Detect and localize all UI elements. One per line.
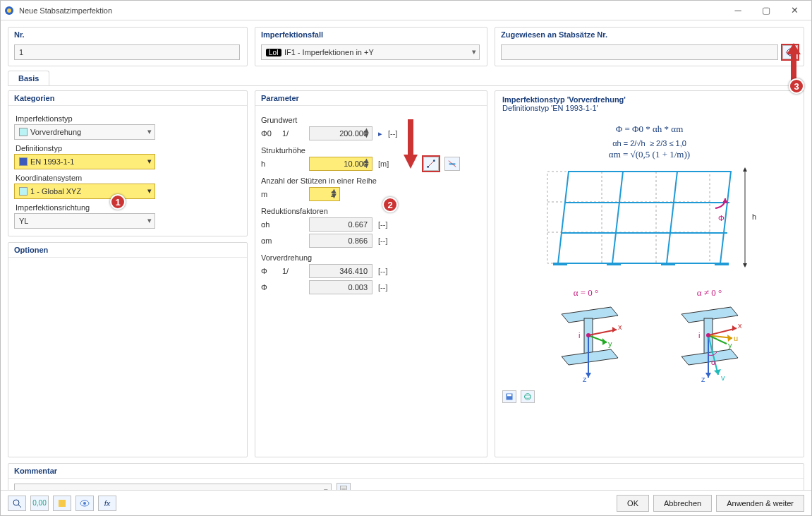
phi-val-out: 0.003	[309, 280, 372, 294]
m-sym: m	[261, 190, 277, 198]
svg-text:x: x	[618, 323, 622, 331]
svg-text:y: y	[608, 340, 612, 348]
annotation-1: 1	[110, 194, 126, 210]
svg-rect-65	[507, 394, 511, 396]
stuetzen-label: Anzahl der Stützen in einer Reihe	[261, 176, 481, 185]
phi-inv-unit: [--]	[378, 267, 398, 275]
alpha-m-out: 0.866	[309, 234, 372, 248]
nr-value: 1	[19, 48, 23, 56]
phi-val-unit: [--]	[378, 283, 398, 292]
info-line1: Imperfektionstyp 'Vorverdrehung'	[495, 91, 804, 104]
svg-rect-10	[547, 172, 710, 263]
h-unit: [m]	[378, 160, 398, 168]
preview-button[interactable]	[75, 496, 94, 511]
svg-marker-59	[714, 369, 721, 375]
annotation-3: 3	[789, 78, 804, 94]
annotation-2: 2	[382, 197, 398, 212]
pick-height-button[interactable]	[423, 157, 439, 171]
case-combo[interactable]: LoI IF1 - Imperfektionen in +Y ▾	[261, 44, 480, 60]
eye-icon	[80, 498, 90, 508]
svg-rect-75	[59, 500, 66, 507]
dir-combo[interactable]: YL ▾	[14, 213, 155, 229]
tab-basis[interactable]: Basis	[8, 71, 49, 85]
svg-point-5	[433, 160, 435, 162]
svg-text:x: x	[738, 321, 742, 330]
fx-button[interactable]: fx	[98, 496, 116, 511]
svg-text:i: i	[698, 331, 700, 340]
beam-left-label: α = 0 °	[547, 287, 625, 299]
member-icon	[447, 159, 457, 169]
svg-rect-23	[715, 263, 729, 265]
imperf-type-value: Vorverdrehung	[30, 128, 81, 136]
svg-text:y: y	[728, 341, 732, 349]
coord-combo[interactable]: 1 - Global XYZ ▾	[14, 184, 155, 199]
norm-button[interactable]	[53, 496, 71, 511]
svg-point-62	[706, 333, 710, 337]
svg-text:v: v	[721, 373, 725, 382]
svg-point-66	[525, 394, 531, 400]
frame-diagram: Φ h	[533, 164, 766, 277]
svg-marker-9	[404, 155, 418, 169]
svg-line-3	[428, 161, 435, 167]
h-input[interactable]: 10.000 ▲▼	[309, 157, 372, 171]
phi-inv-sym: Φ	[261, 267, 277, 275]
svg-line-74	[18, 505, 21, 508]
imperf-type-combo[interactable]: Vorverdrehung ▾	[14, 124, 155, 140]
annotation-arrow-2	[400, 116, 421, 171]
case-label: Imperfektionsfall	[255, 28, 487, 42]
svg-rect-22	[661, 263, 675, 265]
svg-text:Φ: Φ	[718, 214, 725, 222]
phi0-prefix: 1/	[282, 129, 303, 138]
def-type-combo[interactable]: EN 1993-1-1 ▾	[14, 154, 155, 169]
ok-button[interactable]: OK	[617, 495, 649, 512]
titlebar: Neue Stabsatzimperfektion ─ ▢ ✕	[1, 1, 811, 20]
close-button[interactable]: ✕	[780, 2, 808, 19]
apply-next-button[interactable]: Anwenden & weiter	[716, 495, 804, 512]
phi-inv-out: 346.410	[309, 264, 372, 278]
nr-input[interactable]: 1	[14, 44, 240, 60]
chevron-down-icon: ▾	[147, 216, 152, 225]
help-button[interactable]	[8, 496, 26, 511]
h-sym: h	[261, 160, 277, 168]
svg-rect-21	[607, 263, 621, 265]
toggle-3d-button[interactable]	[521, 390, 535, 403]
grundwert-label: Grundwert	[261, 116, 481, 124]
svg-text:z: z	[701, 375, 705, 383]
svg-line-18	[612, 172, 623, 263]
units-button[interactable]: 0,00	[30, 496, 49, 511]
save-view-button[interactable]	[502, 390, 516, 403]
app-icon	[4, 5, 15, 16]
coord-label: Koordinatensystem	[16, 174, 241, 182]
svg-marker-48	[732, 325, 737, 331]
coord-value: 1 - Global XYZ	[30, 187, 81, 196]
comment-title: Kommentar	[8, 464, 804, 479]
options-title: Optionen	[8, 243, 247, 258]
parameters-title: Parameter	[255, 91, 487, 106]
cancel-button[interactable]: Abbrechen	[653, 495, 712, 512]
pick-member-button[interactable]	[444, 157, 460, 171]
svg-point-73	[13, 500, 19, 505]
m-input[interactable]: 2 ▲▼	[309, 187, 340, 201]
phi-inv-prefix: 1/	[282, 267, 303, 275]
categories-title: Kategorien	[8, 91, 247, 106]
svg-line-19	[667, 172, 677, 263]
svg-text:α: α	[711, 358, 716, 366]
svg-point-1	[7, 8, 11, 13]
annotation-arrow-3	[784, 42, 803, 84]
alpha-m-sym: αm	[261, 236, 277, 245]
beam-right-label: α ≠ 0 °	[667, 287, 752, 299]
chevron-down-icon: ▾	[472, 47, 476, 56]
formula-phi: Φ = Φ0 * αh * αm	[498, 119, 801, 138]
nr-label: Nr.	[8, 28, 247, 42]
maximize-button[interactable]: ▢	[752, 2, 780, 19]
beam-left-icon: x y z i	[547, 299, 625, 383]
svg-text:i: i	[578, 331, 580, 340]
def-type-value: EN 1993-1-1	[30, 157, 74, 166]
minimize-button[interactable]: ─	[724, 2, 752, 19]
assign-input[interactable]	[501, 44, 778, 60]
imperf-type-label: Imperfektionstyp	[16, 114, 241, 123]
svg-point-4	[427, 166, 429, 168]
phi0-input[interactable]: 200.000 ▲▼	[309, 126, 372, 140]
tabbar: Basis	[8, 71, 804, 86]
phi0-stepper-icon[interactable]: ▸	[378, 129, 382, 138]
